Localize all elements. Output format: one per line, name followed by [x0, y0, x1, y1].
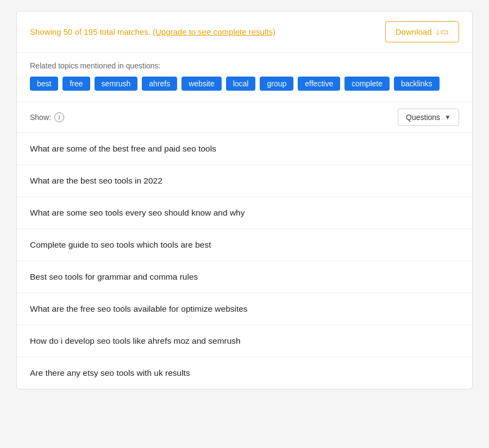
show-label-group: Show: i	[30, 112, 64, 122]
questions-dropdown[interactable]: Questions ▼	[398, 109, 459, 126]
list-item[interactable]: Complete guide to seo tools which tools …	[17, 229, 472, 261]
list-item[interactable]: What are the best seo tools in 2022	[17, 165, 472, 197]
download-icon: ↓▭	[436, 26, 449, 37]
list-item[interactable]: How do i develop seo tools like ahrefs m…	[17, 325, 472, 357]
topic-tag[interactable]: free	[62, 77, 90, 91]
topic-tag[interactable]: effective	[298, 77, 340, 91]
questions-list: What are some of the best free and paid …	[17, 133, 472, 389]
info-icon[interactable]: i	[54, 112, 64, 122]
topic-tag[interactable]: semrush	[95, 77, 138, 91]
topics-section: Related topics mentioned in questions: b…	[17, 53, 472, 102]
topic-tag[interactable]: best	[30, 77, 58, 91]
match-info: Showing 50 of 195 total matches. (Upgrad…	[30, 27, 275, 36]
chevron-down-icon: ▼	[444, 113, 451, 121]
list-item[interactable]: What are some of the best free and paid …	[17, 133, 472, 165]
topic-tag[interactable]: local	[226, 77, 256, 91]
topic-tag[interactable]: group	[260, 77, 293, 91]
top-bar: Showing 50 of 195 total matches. (Upgrad…	[17, 11, 472, 53]
match-text: Showing 50 of 195 total matches.	[30, 27, 151, 36]
dropdown-label: Questions	[406, 113, 440, 122]
download-button[interactable]: Download ↓▭	[385, 21, 459, 42]
list-item[interactable]: What are the free seo tools available fo…	[17, 293, 472, 325]
topic-tag[interactable]: website	[181, 77, 221, 91]
topic-tag[interactable]: complete	[344, 77, 390, 91]
download-label: Download	[396, 27, 432, 36]
tags-row: bestfreesemrushahrefswebsitelocalgroupef…	[30, 77, 459, 91]
main-container: Showing 50 of 195 total matches. (Upgrad…	[16, 11, 473, 389]
show-text: Show:	[30, 113, 51, 122]
topic-tag[interactable]: ahrefs	[142, 77, 177, 91]
list-item[interactable]: Best seo tools for grammar and comma rul…	[17, 261, 472, 293]
topic-tag[interactable]: backlinks	[394, 77, 440, 91]
show-bar: Show: i Questions ▼	[17, 102, 472, 133]
list-item[interactable]: Are there any etsy seo tools with uk res…	[17, 357, 472, 389]
topics-label: Related topics mentioned in questions:	[30, 61, 459, 70]
list-item[interactable]: What are some seo tools every seo should…	[17, 197, 472, 229]
upgrade-link[interactable]: (Upgrade to see complete results)	[153, 27, 275, 36]
